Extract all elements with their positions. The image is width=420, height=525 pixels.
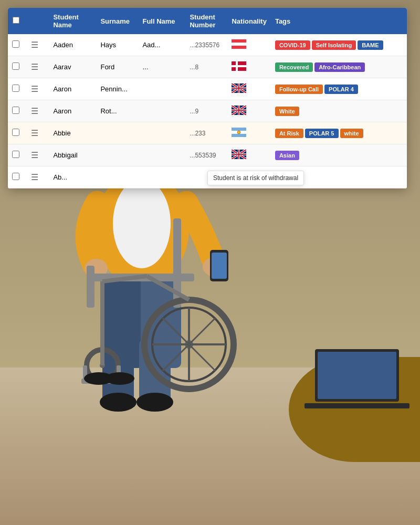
- row-nationality-flag: [227, 100, 270, 122]
- row-full-name: ...: [138, 56, 185, 78]
- row-menu-icon[interactable]: ☰: [28, 106, 41, 117]
- header-nationality: Nationality: [227, 8, 270, 34]
- row-full-name: [138, 144, 185, 166]
- row-checkbox-cell: [8, 78, 24, 100]
- row-student-number: [185, 78, 227, 100]
- row-checkbox-cell: [8, 34, 24, 56]
- row-first-name: Aaron: [49, 100, 96, 122]
- row-student-number: ...9: [185, 100, 227, 122]
- row-first-name: Aarav: [49, 56, 96, 78]
- row-first-name: Ab...: [49, 166, 96, 188]
- row-tags: At RiskPOLAR 5white: [271, 122, 407, 144]
- row-checkbox[interactable]: [12, 129, 19, 136]
- table-row: ☰ Aaden Hays Aad... ...2335576 COVID-19S…: [8, 34, 407, 56]
- svg-point-73: [237, 131, 240, 134]
- laptop: [304, 346, 410, 420]
- row-menu-icon[interactable]: ☰: [28, 150, 41, 161]
- row-menu-icon[interactable]: ☰: [28, 128, 41, 139]
- row-nationality-flag: [227, 144, 270, 166]
- row-first-name: Aaron: [49, 78, 96, 100]
- header-full-name: Full Name: [138, 8, 185, 34]
- svg-rect-18: [212, 253, 227, 279]
- student-table: Student Name Surname Full Name Student N…: [8, 8, 407, 188]
- table-row: ☰ Abbigail ...553539 Asian: [8, 144, 407, 166]
- table-body: ☰ Aaden Hays Aad... ...2335576 COVID-19S…: [8, 34, 407, 188]
- row-student-number: ...233: [185, 122, 227, 144]
- row-tags: COVID-19Self IsolatingBAME: [271, 34, 407, 56]
- header-surname: Surname: [96, 8, 138, 34]
- tag-follow-up-call[interactable]: Follow-up Call: [275, 85, 323, 94]
- svg-rect-69: [232, 110, 246, 111]
- row-checkbox-cell: [8, 100, 24, 122]
- row-surname: Rot...: [96, 100, 138, 122]
- table-row: ☰ Aaron Pennin... Follow-up CallPOLAR 4: [8, 78, 407, 100]
- row-surname: [96, 122, 138, 144]
- row-tags: White: [271, 100, 407, 122]
- svg-rect-70: [232, 128, 246, 131]
- svg-rect-51: [232, 65, 246, 67]
- row-surname: [96, 144, 138, 166]
- svg-rect-82: [232, 154, 246, 155]
- select-all-checkbox[interactable]: [13, 17, 19, 24]
- tag-afro-caribbean[interactable]: Afro-Caribbean: [314, 62, 365, 72]
- row-menu-cell: ☰: [24, 78, 49, 100]
- row-menu-cell: ☰: [24, 166, 49, 188]
- svg-rect-48: [232, 46, 246, 49]
- svg-rect-27: [87, 266, 94, 308]
- row-menu-cell: ☰: [24, 144, 49, 166]
- table-header: Student Name Surname Full Name Student N…: [8, 8, 407, 34]
- row-menu-cell: ☰: [24, 122, 49, 144]
- row-surname: Ford: [96, 56, 138, 78]
- row-checkbox-cell: [8, 144, 24, 166]
- header-menu-col: [24, 8, 49, 34]
- tooltip-text: Student is at risk of withdrawal: [213, 174, 298, 182]
- row-menu-icon[interactable]: ☰: [28, 39, 41, 50]
- tag-covid-19[interactable]: COVID-19: [275, 40, 310, 50]
- row-menu-icon[interactable]: ☰: [28, 61, 41, 72]
- row-menu-icon[interactable]: ☰: [28, 83, 41, 94]
- row-menu-cell: ☰: [24, 100, 49, 122]
- svg-rect-2: [304, 403, 410, 408]
- header-student-number: Student Number: [185, 8, 227, 34]
- row-checkbox[interactable]: [12, 173, 19, 180]
- table-row: ☰ Abbie ...233 At RiskPOLAR 5white: [8, 122, 407, 144]
- tag-asian[interactable]: Asian: [275, 151, 299, 160]
- row-student-number: ...8: [185, 56, 227, 78]
- row-menu-cell: ☰: [24, 34, 49, 56]
- row-surname: Pennin...: [96, 78, 138, 100]
- tag-self-isolating[interactable]: Self Isolating: [312, 40, 356, 50]
- row-checkbox[interactable]: [12, 85, 19, 92]
- row-menu-icon[interactable]: ☰: [28, 172, 41, 183]
- svg-rect-47: [232, 43, 246, 46]
- row-student-number: ...553539: [185, 144, 227, 166]
- tag-polar-4[interactable]: POLAR 4: [324, 85, 358, 94]
- svg-rect-60: [232, 88, 246, 89]
- row-checkbox[interactable]: [12, 107, 19, 114]
- tag-at-risk[interactable]: At Risk: [275, 129, 303, 138]
- svg-point-24: [136, 393, 173, 412]
- row-tags: Follow-up CallPOLAR 4: [271, 78, 407, 100]
- row-checkbox[interactable]: [12, 151, 19, 158]
- row-full-name: [138, 122, 185, 144]
- row-full-name: [138, 78, 185, 100]
- header-checkbox-col: [8, 8, 24, 34]
- row-checkbox[interactable]: [12, 40, 19, 48]
- svg-rect-46: [232, 39, 246, 43]
- row-full-name: [138, 166, 185, 188]
- svg-point-14: [113, 179, 171, 268]
- row-full-name: [138, 100, 185, 122]
- tag-bame[interactable]: BAME: [358, 40, 383, 50]
- row-checkbox-cell: [8, 122, 24, 144]
- row-checkbox[interactable]: [12, 62, 19, 70]
- row-tags: RecoveredAfro-Caribbean: [271, 56, 407, 78]
- row-menu-cell: ☰: [24, 56, 49, 78]
- row-nationality-flag: [227, 122, 270, 144]
- tag-polar-5[interactable]: POLAR 5: [305, 129, 339, 138]
- tag-white[interactable]: White: [275, 107, 299, 116]
- svg-rect-72: [232, 134, 246, 137]
- row-student-number: ...2335576: [185, 34, 227, 56]
- tag-white[interactable]: white: [340, 129, 363, 138]
- tag-recovered[interactable]: Recovered: [275, 62, 313, 72]
- row-surname: [96, 166, 138, 188]
- header-student-name: Student Name: [49, 8, 96, 34]
